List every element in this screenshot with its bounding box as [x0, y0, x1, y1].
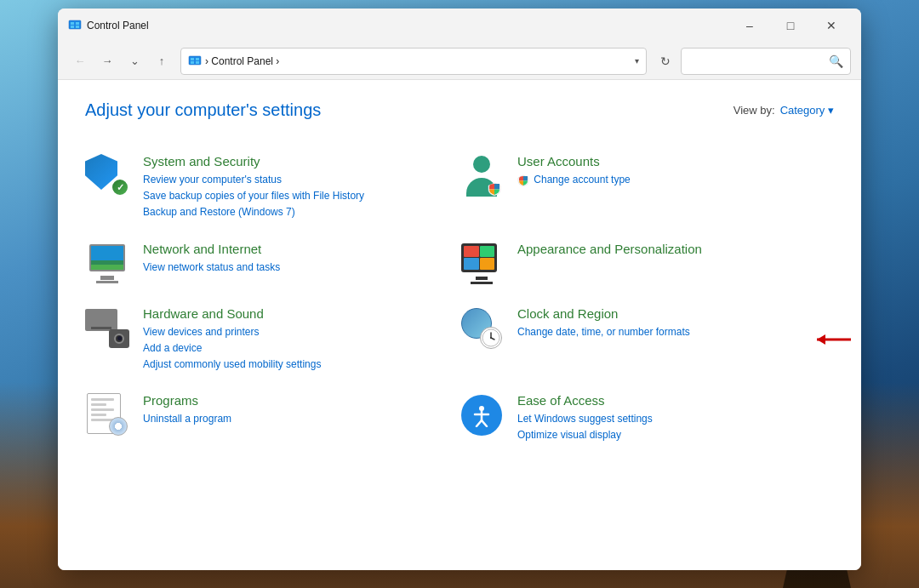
- category-programs: Programs Uninstall a program: [85, 383, 460, 454]
- window-title: Control Panel: [87, 20, 730, 31]
- search-icon[interactable]: 🔍: [829, 54, 843, 68]
- app-base: [471, 282, 493, 284]
- app-sq-blue: [464, 258, 479, 270]
- svg-line-20: [482, 420, 487, 426]
- search-input[interactable]: [688, 55, 829, 67]
- network-green-bar: [91, 265, 123, 270]
- ease-person-icon: [461, 395, 502, 436]
- appearance-text: Appearance and Personalization: [517, 242, 834, 260]
- view-by-value[interactable]: Category ▾: [780, 104, 834, 117]
- link-mobility-settings[interactable]: Adjust commonly used mobility settings: [143, 357, 460, 373]
- svg-rect-9: [196, 61, 199, 64]
- category-clock-region: Clock and Region Change date, time, or n…: [460, 296, 834, 384]
- search-box[interactable]: 🔍: [681, 48, 851, 75]
- hardware-sound-icon: [85, 306, 129, 351]
- address-dropdown-arrow[interactable]: ▾: [635, 56, 639, 66]
- user-accounts-name[interactable]: User Accounts: [517, 154, 834, 168]
- address-bar-icon: [188, 54, 202, 68]
- ease-of-access-text: Ease of Access Let Windows suggest setti…: [517, 393, 834, 443]
- link-backup-restore[interactable]: Backup and Restore (Windows 7): [143, 204, 460, 220]
- hw-printer: [85, 309, 117, 331]
- svg-rect-7: [196, 58, 199, 60]
- close-button[interactable]: ✕: [812, 12, 851, 39]
- svg-rect-2: [76, 22, 79, 25]
- svg-marker-15: [817, 334, 825, 345]
- link-file-history[interactable]: Save backup copies of your files with Fi…: [143, 188, 460, 204]
- page-title: Adjust your computer's settings: [85, 100, 321, 120]
- svg-rect-4: [76, 26, 79, 28]
- link-review-status[interactable]: Review your computer's status: [143, 172, 460, 188]
- recent-locations-button[interactable]: ⌄: [123, 49, 146, 73]
- app-sq-green: [480, 246, 495, 258]
- network-base: [96, 281, 118, 283]
- address-path-bar[interactable]: › Control Panel › ▾: [180, 48, 647, 75]
- view-by-control: View by: Category ▾: [733, 104, 834, 117]
- appearance-screen: [464, 246, 494, 270]
- view-by-label: View by:: [733, 104, 775, 117]
- link-change-account-type[interactable]: Change account type: [517, 172, 834, 188]
- link-optimize-display[interactable]: Optimize visual display: [517, 427, 834, 443]
- network-name[interactable]: Network and Internet: [143, 242, 460, 256]
- address-breadcrumb: › Control Panel ›: [205, 55, 631, 67]
- programs-name[interactable]: Programs: [143, 393, 460, 408]
- user-accounts-text: User Accounts Change account type: [517, 154, 834, 188]
- category-system-security: ✓ System and Security Review your comput…: [85, 144, 460, 231]
- clock-region-name[interactable]: Clock and Region: [517, 306, 834, 321]
- system-security-text: System and Security Review your computer…: [143, 154, 460, 221]
- prog-line-1: [91, 398, 114, 401]
- category-network-internet: Network and Internet View network status…: [85, 231, 460, 296]
- hw-camera-lens: [114, 334, 124, 344]
- programs-text: Programs Uninstall a program: [143, 393, 460, 427]
- system-security-name[interactable]: System and Security: [143, 154, 460, 168]
- svg-point-13: [490, 337, 492, 339]
- user-head: [473, 156, 490, 173]
- svg-rect-6: [191, 58, 194, 60]
- svg-rect-1: [71, 22, 74, 25]
- network-monitor: [89, 244, 125, 271]
- clock-region-icon: [460, 306, 504, 351]
- appearance-name[interactable]: Appearance and Personalization: [517, 242, 834, 256]
- forward-button[interactable]: →: [95, 49, 119, 73]
- prog-line-3: [91, 408, 114, 411]
- network-stand: [100, 276, 114, 280]
- prog-line-4: [91, 414, 106, 416]
- back-button[interactable]: ←: [68, 49, 92, 73]
- prog-line-2: [91, 403, 106, 406]
- link-network-status[interactable]: View network status and tasks: [143, 260, 460, 276]
- network-text: Network and Internet View network status…: [143, 242, 460, 276]
- hardware-text: Hardware and Sound View devices and prin…: [143, 306, 460, 374]
- title-bar: Control Panel – □ ✕: [58, 9, 861, 43]
- link-uninstall-program[interactable]: Uninstall a program: [143, 411, 460, 427]
- clock-face: [480, 327, 502, 349]
- minimize-button[interactable]: –: [730, 12, 769, 39]
- app-stand: [476, 277, 488, 280]
- prog-cd: [109, 417, 128, 436]
- refresh-button[interactable]: ↻: [654, 49, 677, 73]
- link-windows-suggest[interactable]: Let Windows suggest settings: [517, 411, 834, 427]
- hw-camera-inner: [117, 336, 122, 340]
- ease-of-access-name[interactable]: Ease of Access: [517, 393, 834, 408]
- page-header: Adjust your computer's settings View by:…: [85, 100, 834, 120]
- categories-grid: ✓ System and Security Review your comput…: [85, 144, 834, 454]
- maximize-button[interactable]: □: [771, 12, 810, 39]
- up-button[interactable]: ↑: [150, 49, 174, 73]
- appearance-personalization-icon: [460, 242, 504, 286]
- category-user-accounts: User Accounts Change account type: [460, 144, 834, 231]
- link-date-time[interactable]: Change date, time, or number formats: [517, 324, 834, 340]
- red-arrow-annotation: [808, 329, 859, 350]
- svg-line-19: [477, 420, 482, 426]
- category-appearance: Appearance and Personalization: [460, 231, 834, 296]
- clock-region-text: Clock and Region Change date, time, or n…: [517, 306, 834, 340]
- windows-shield-badge: [487, 181, 502, 197]
- user-accounts-icon: [460, 154, 504, 198]
- category-ease-of-access: Ease of Access Let Windows suggest setti…: [460, 383, 834, 454]
- link-add-device[interactable]: Add a device: [143, 340, 460, 357]
- hardware-name[interactable]: Hardware and Sound: [143, 306, 460, 321]
- app-sq-red: [464, 246, 479, 258]
- content-area: Adjust your computer's settings View by:…: [58, 80, 861, 570]
- link-devices-printers[interactable]: View devices and printers: [143, 324, 460, 340]
- window-controls: – □ ✕: [730, 12, 851, 39]
- app-sq-yellow: [480, 258, 495, 270]
- system-security-icon: ✓: [85, 154, 129, 198]
- svg-rect-8: [191, 61, 194, 64]
